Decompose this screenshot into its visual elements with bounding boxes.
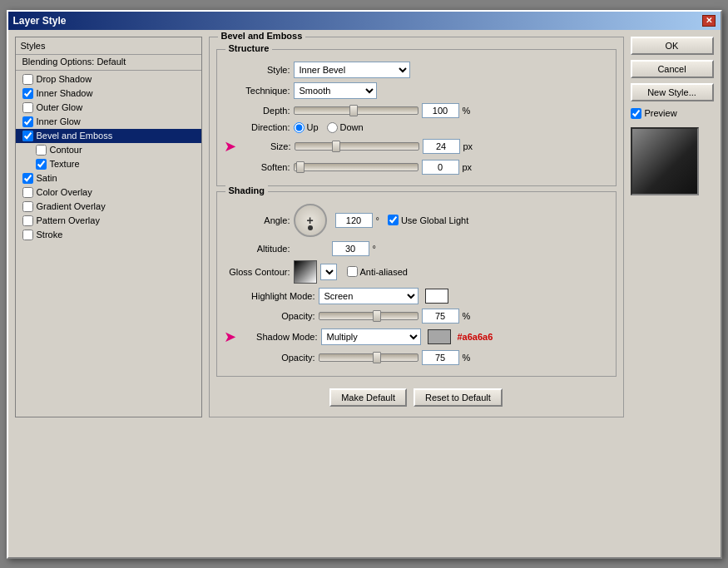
highlight-mode-row: Highlight Mode: Screen Multiply Normal O… <box>224 288 609 304</box>
highlight-color-swatch[interactable] <box>425 289 448 304</box>
close-button[interactable]: ✕ <box>702 15 716 27</box>
anti-aliased-text: Anti-aliased <box>360 267 408 277</box>
pattern-overlay-label: Pattern Overlay <box>37 215 100 225</box>
sidebar-item-contour[interactable]: Contour <box>16 143 201 157</box>
sidebar-item-satin[interactable]: Satin <box>16 171 201 185</box>
altitude-unit: ° <box>373 244 376 254</box>
size-slider[interactable] <box>295 142 419 151</box>
preview-checkbox[interactable] <box>631 108 641 119</box>
direction-down-radio[interactable] <box>327 122 338 133</box>
sidebar-item-texture[interactable]: Texture <box>16 157 201 171</box>
highlight-mode-select[interactable]: Screen Multiply Normal Overlay <box>319 288 418 304</box>
styles-header: Styles <box>16 37 201 55</box>
technique-select[interactable]: Smooth Chisel Hard Chisel Soft <box>294 82 377 99</box>
texture-checkbox[interactable] <box>36 159 47 170</box>
title-bar: Layer Style ✕ <box>8 12 721 30</box>
pattern-overlay-checkbox[interactable] <box>22 215 33 226</box>
use-global-light-text: Use Global Light <box>401 215 468 225</box>
inner-glow-checkbox[interactable] <box>22 116 33 127</box>
gloss-contour-label: Gloss Contour: <box>224 267 290 277</box>
highlight-opacity-label: Opacity: <box>224 311 315 321</box>
shadow-opacity-label: Opacity: <box>224 353 315 363</box>
bevel-emboss-section: Bevel and Emboss Structure Style: Inner … <box>209 37 624 417</box>
outer-glow-checkbox[interactable] <box>22 102 33 113</box>
direction-row: Direction: Up Down <box>224 122 609 133</box>
satin-checkbox[interactable] <box>22 173 33 184</box>
sidebar-item-pattern-overlay[interactable]: Pattern Overlay <box>16 214 201 228</box>
size-row: ➤ Size: px <box>224 137 609 156</box>
highlight-opacity-row: Opacity: % <box>224 309 609 324</box>
altitude-input[interactable] <box>332 241 369 256</box>
new-style-button[interactable]: New Style... <box>631 83 714 101</box>
contour-label: Contour <box>50 145 82 155</box>
inner-glow-label: Inner Glow <box>37 116 81 126</box>
highlight-opacity-slider[interactable] <box>319 312 418 320</box>
use-global-light-checkbox[interactable] <box>388 215 399 225</box>
gloss-contour-select[interactable] <box>320 264 337 280</box>
gradient-overlay-checkbox[interactable] <box>22 201 33 212</box>
layer-style-dialog: Layer Style ✕ Styles Blending Options: D… <box>7 10 722 559</box>
anti-aliased-label[interactable]: Anti-aliased <box>347 266 408 277</box>
reset-to-default-button[interactable]: Reset to Default <box>414 388 503 407</box>
shadow-opacity-slider[interactable] <box>319 353 418 362</box>
shadow-opacity-input[interactable] <box>422 350 459 365</box>
size-input[interactable] <box>423 139 460 154</box>
use-global-light-label[interactable]: Use Global Light <box>388 215 468 225</box>
angle-input[interactable] <box>335 213 373 228</box>
sidebar-item-color-overlay[interactable]: Color Overlay <box>16 185 201 200</box>
ok-button[interactable]: OK <box>631 37 714 55</box>
bevel-emboss-label: Bevel and Emboss <box>37 131 113 141</box>
bevel-emboss-checkbox[interactable] <box>22 131 33 141</box>
satin-label: Satin <box>37 173 57 183</box>
shadow-color-swatch[interactable] <box>428 329 451 344</box>
direction-up-option[interactable]: Up <box>294 122 319 133</box>
sidebar-item-bevel-emboss[interactable]: Bevel and Emboss <box>16 129 201 143</box>
shadow-opacity-row: Opacity: % <box>224 350 609 365</box>
depth-input[interactable] <box>422 103 459 118</box>
technique-row: Technique: Smooth Chisel Hard Chisel Sof… <box>224 82 609 99</box>
shadow-mode-select[interactable]: Multiply Screen Normal Overlay <box>321 328 421 345</box>
size-unit: px <box>463 141 473 151</box>
bevel-emboss-section-title: Bevel and Emboss <box>218 31 306 41</box>
direction-radio-group: Up Down <box>294 122 364 133</box>
depth-slider[interactable] <box>294 106 418 115</box>
sidebar-item-inner-glow[interactable]: Inner Glow <box>16 115 201 129</box>
sidebar-item-stroke[interactable]: Stroke <box>16 228 201 242</box>
shadow-mode-label: Shadow Mode: <box>241 332 318 342</box>
soften-slider[interactable] <box>294 163 418 171</box>
angle-circle[interactable]: + <box>294 204 327 237</box>
make-default-button[interactable]: Make Default <box>329 388 407 407</box>
direction-down-option[interactable]: Down <box>327 122 364 133</box>
sidebar-item-outer-glow[interactable]: Outer Glow <box>16 101 201 115</box>
depth-row: Depth: % <box>224 103 609 118</box>
angle-label: Angle: <box>224 215 290 225</box>
shadow-mode-arrow-indicator: ➤ <box>224 328 236 346</box>
outer-glow-label: Outer Glow <box>37 102 83 112</box>
style-label: Style: <box>224 65 290 75</box>
sidebar-item-inner-shadow[interactable]: Inner Shadow <box>16 86 201 101</box>
direction-down-label: Down <box>340 122 364 132</box>
drop-shadow-checkbox[interactable] <box>22 74 33 85</box>
gloss-contour-swatch[interactable] <box>294 260 317 284</box>
direction-label: Direction: <box>224 122 290 132</box>
color-overlay-checkbox[interactable] <box>22 187 33 198</box>
texture-label: Texture <box>50 159 80 169</box>
size-arrow-indicator: ➤ <box>224 137 236 156</box>
contour-checkbox[interactable] <box>36 145 47 156</box>
stroke-checkbox[interactable] <box>22 230 33 240</box>
shadow-mode-row: ➤ Shadow Mode: Multiply Screen Normal Ov… <box>224 328 609 346</box>
direction-up-radio[interactable] <box>294 122 305 133</box>
cancel-button[interactable]: Cancel <box>631 60 714 78</box>
anti-aliased-checkbox[interactable] <box>347 266 358 277</box>
sidebar-item-drop-shadow[interactable]: Drop Shadow <box>16 72 201 86</box>
stroke-label: Stroke <box>37 230 63 240</box>
inner-shadow-checkbox[interactable] <box>22 88 33 99</box>
highlight-opacity-input[interactable] <box>422 309 459 324</box>
left-panel: Styles Blending Options: Default Drop Sh… <box>15 37 202 417</box>
preview-label-container: Preview <box>631 108 714 119</box>
color-overlay-label: Color Overlay <box>37 187 92 197</box>
soften-input[interactable] <box>422 160 459 175</box>
sidebar-item-gradient-overlay[interactable]: Gradient Overlay <box>16 200 201 214</box>
blending-options-item[interactable]: Blending Options: Default <box>16 55 201 68</box>
style-select[interactable]: Inner Bevel Outer Bevel Emboss Pillow Em… <box>294 62 410 78</box>
